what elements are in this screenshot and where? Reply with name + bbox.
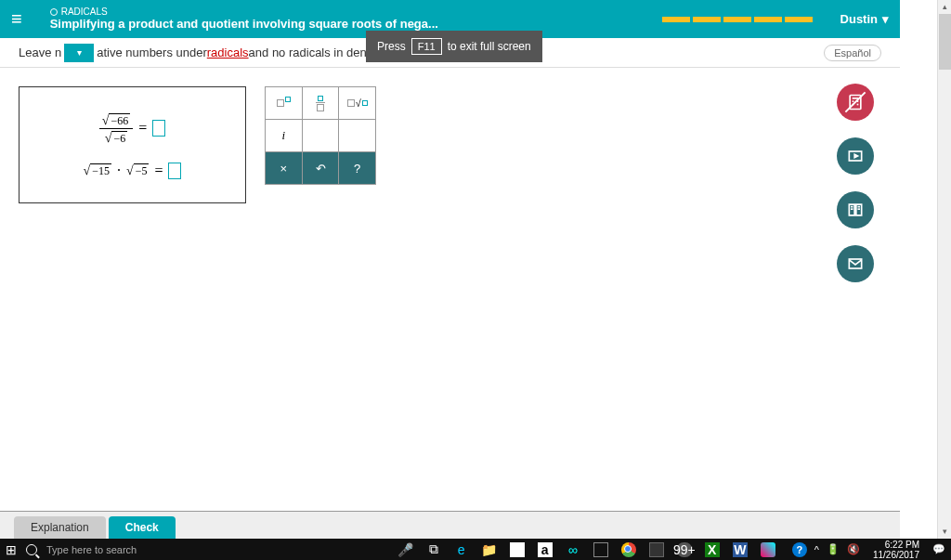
date-text: 11/26/2017 — [873, 550, 919, 560]
equation-2: √−15 · √−5 = — [84, 163, 182, 179]
search-icon[interactable] — [26, 544, 37, 555]
calculator-disabled-icon[interactable] — [837, 84, 874, 121]
language-button[interactable]: Español — [824, 45, 881, 61]
key-delete[interactable]: × — [266, 152, 303, 184]
category-text: RADICALS — [61, 7, 108, 17]
help-icon[interactable]: ? — [792, 542, 807, 557]
key-blank-1 — [303, 120, 340, 151]
factor-a: −15 — [90, 163, 111, 178]
amazon-icon[interactable]: a — [538, 542, 553, 557]
side-toolbar — [837, 84, 874, 282]
scroll-down-arrow[interactable]: ▾ — [938, 525, 951, 539]
chrome-icon[interactable] — [621, 542, 636, 557]
mail-badge-icon[interactable]: 99+ — [677, 542, 692, 557]
progress-indicator — [662, 17, 813, 22]
equation-1: √−66 √−6 = — [99, 111, 166, 146]
tip-text: Press — [377, 40, 406, 53]
check-tab[interactable]: Check — [109, 516, 176, 539]
edge-icon[interactable]: e — [454, 542, 469, 557]
task-view-icon[interactable]: ⧉ — [426, 542, 441, 557]
page-title: Simplifying a product and quotient invol… — [50, 18, 438, 31]
system-tray: ? ^ 🔋 🔇 6:22 PM 11/26/2017 💬 — [792, 540, 945, 560]
answer-input-2[interactable] — [168, 163, 181, 179]
battery-icon[interactable]: 🔋 — [827, 543, 840, 555]
circle-icon — [50, 8, 58, 16]
menu-icon[interactable]: ≡ — [11, 8, 22, 30]
instruction-dropdown[interactable]: ▾ — [64, 44, 94, 62]
svg-marker-7 — [854, 154, 857, 157]
tip-text: to exit full screen — [448, 40, 531, 53]
bottom-tabs: Explanation Check — [0, 511, 900, 539]
explanation-tab[interactable]: Explanation — [14, 516, 106, 539]
scroll-thumb[interactable] — [939, 14, 951, 70]
f11-key-label: F11 — [411, 38, 442, 55]
answer-input-1[interactable] — [152, 120, 165, 137]
explorer-icon[interactable]: 📁 — [482, 542, 497, 557]
tray-caret-icon[interactable]: ^ — [814, 544, 819, 555]
numerator: −66 — [109, 113, 130, 128]
fullscreen-tooltip: Press F11 to exit full screen — [366, 31, 542, 62]
windows-taskbar: ⊞ Type here to search 🎤 ⧉ e 📁 a ∞ 99+ X … — [0, 539, 951, 560]
calendar-icon[interactable] — [593, 542, 608, 557]
notifications-icon[interactable]: 💬 — [932, 543, 945, 555]
key-exponent[interactable] — [266, 87, 303, 119]
volume-icon[interactable]: 🔇 — [847, 543, 860, 555]
user-menu[interactable]: Dustin ▾ — [840, 12, 889, 26]
time-text: 6:22 PM — [873, 540, 919, 550]
paint-icon[interactable] — [761, 542, 775, 557]
calculator-icon[interactable] — [649, 542, 664, 557]
message-button[interactable] — [837, 245, 874, 282]
loop-icon[interactable]: ∞ — [566, 542, 580, 557]
key-i[interactable]: i — [266, 120, 303, 151]
math-keypad: √ i × ↶ ? — [265, 86, 376, 203]
ebook-button[interactable] — [837, 191, 874, 228]
chevron-down-icon: ▾ — [882, 12, 889, 26]
store-icon[interactable] — [510, 542, 525, 557]
denominator: −6 — [111, 131, 127, 146]
scroll-up-arrow[interactable]: ▴ — [938, 0, 951, 14]
word-icon[interactable]: W — [733, 542, 748, 557]
key-sqrt[interactable]: √ — [339, 87, 375, 119]
key-fraction[interactable] — [303, 87, 340, 119]
factor-b: −5 — [134, 163, 150, 178]
instruction-text: ative numbers under — [97, 46, 207, 59]
mic-icon[interactable]: 🎤 — [398, 542, 413, 557]
excel-icon[interactable]: X — [705, 542, 720, 557]
svg-rect-0 — [850, 96, 861, 110]
instruction-text: Leave n — [19, 46, 61, 59]
problem-panel: √−66 √−6 = √−15 · √−5 = — [19, 86, 246, 203]
user-name: Dustin — [840, 12, 878, 26]
search-input[interactable]: Type here to search — [46, 544, 137, 555]
clock[interactable]: 6:22 PM 11/26/2017 — [873, 540, 919, 560]
key-help[interactable]: ? — [339, 152, 375, 184]
key-undo[interactable]: ↶ — [303, 152, 340, 184]
video-button[interactable] — [837, 137, 874, 175]
start-button[interactable]: ⊞ — [6, 542, 17, 557]
key-blank-2 — [339, 120, 375, 151]
radicals-link[interactable]: radicals — [207, 46, 249, 59]
category-label: RADICALS — [50, 7, 438, 17]
vertical-scrollbar[interactable]: ▴ ▾ — [937, 0, 951, 539]
